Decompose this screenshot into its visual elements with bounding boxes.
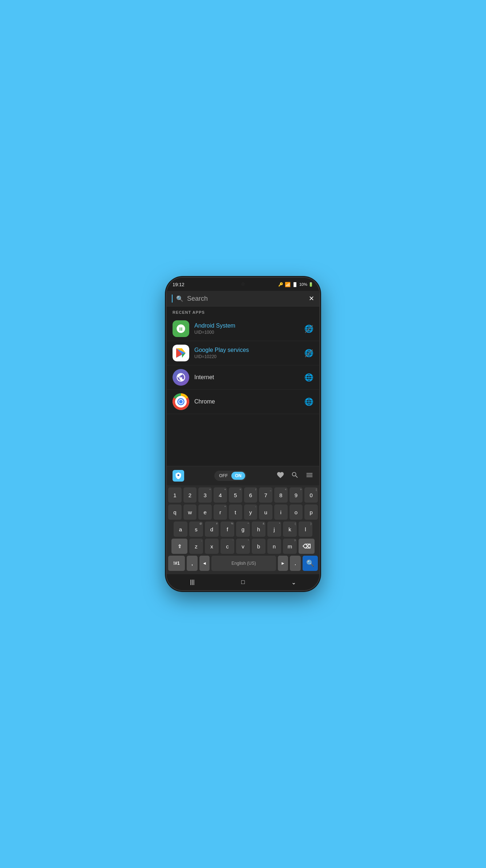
key-g[interactable]: g^ <box>236 522 250 537</box>
key-v[interactable]: v" <box>236 539 250 554</box>
chrome-name: Chrome <box>194 398 299 405</box>
battery-icon: 10% 🔋 <box>299 282 313 287</box>
vpn-shield-icon[interactable] <box>173 470 184 482</box>
key-c[interactable]: c' <box>220 539 234 554</box>
chrome-network-icon[interactable]: 🌐 <box>304 397 313 406</box>
status-time: 19:12 <box>173 282 185 287</box>
android-system-name: Android System <box>194 323 299 329</box>
key-space[interactable]: English (US) <box>211 556 276 571</box>
chrome-info: Chrome <box>194 398 299 405</box>
content-spacer <box>167 414 319 466</box>
app-item-internet[interactable]: Internet 🌐 <box>167 365 319 390</box>
internet-info: Internet <box>194 374 299 381</box>
key-4[interactable]: 4× <box>214 487 227 503</box>
key-e[interactable]: e <box>198 504 212 520</box>
key-k[interactable]: k( <box>283 522 297 537</box>
google-play-services-name: Google Play services <box>194 347 299 353</box>
nav-bar: ||| □ ⌄ <box>167 574 319 590</box>
key-backspace[interactable]: ⌫ <box>299 539 315 554</box>
google-play-services-info: Google Play services UID=10220 <box>194 347 299 359</box>
google-play-network-icon[interactable]: 🌐 <box>304 349 313 357</box>
donate-icon[interactable] <box>276 471 284 481</box>
keyboard: 1 2 3÷ 4× 5= 6/ 7_ 8< 9> 0[ q w e r+ t y… <box>167 485 319 574</box>
key-j[interactable]: j* <box>267 522 281 537</box>
key-z[interactable]: z- <box>189 539 203 554</box>
keyboard-row-qwerty: q w e r+ t y- u i o p <box>168 504 318 520</box>
keyboard-row-zxcvbnm: ⇧ z- x c' v" b n m? ⌫ <box>168 539 318 554</box>
nav-home-icon[interactable]: □ <box>241 579 245 585</box>
svg-point-11 <box>179 400 183 403</box>
recent-apps-header: RECENT APPS <box>167 307 319 317</box>
android-system-info: Android System UID=1000 <box>194 323 299 335</box>
key-t[interactable]: t <box>229 504 242 520</box>
key-u[interactable]: u <box>259 504 272 520</box>
app-item-android-system[interactable]: Android System UID=1000 🌐 <box>167 317 319 341</box>
key-m[interactable]: m? <box>283 539 297 554</box>
keyboard-row-bottom: !#1 , ◄ English (US) ► . 🔍 <box>168 556 318 571</box>
search-close-button[interactable]: ✕ <box>309 295 314 303</box>
svg-point-12 <box>178 474 179 476</box>
phone-content: 🔍 Search ✕ RECENT APPS Android System UI… <box>167 291 319 574</box>
nav-back-icon[interactable]: ||| <box>190 579 194 585</box>
key-s[interactable]: s@ <box>189 522 203 537</box>
key-6[interactable]: 6/ <box>244 487 258 503</box>
android-system-uid: UID=1000 <box>194 330 299 335</box>
menu-icon[interactable] <box>305 471 313 481</box>
key-7[interactable]: 7_ <box>259 487 272 503</box>
key-a[interactable]: a <box>174 522 187 537</box>
key-n[interactable]: n <box>267 539 281 554</box>
key-r[interactable]: r+ <box>214 504 227 520</box>
nav-recent-icon[interactable]: ⌄ <box>291 579 296 586</box>
android-system-network-icon[interactable]: 🌐 <box>304 324 313 333</box>
internet-network-icon[interactable]: 🌐 <box>304 373 313 382</box>
search-input[interactable]: Search <box>187 295 305 303</box>
chrome-icon <box>173 393 189 410</box>
key-comma[interactable]: , <box>187 556 198 571</box>
vpn-key-icon: 🔑 <box>278 282 283 287</box>
key-0[interactable]: 0[ <box>304 487 318 503</box>
key-1[interactable]: 1 <box>168 487 182 503</box>
key-b[interactable]: b <box>252 539 266 554</box>
vpn-toggle[interactable]: OFF ON <box>214 471 246 481</box>
key-f[interactable]: f% <box>220 522 234 537</box>
toggle-off-label: OFF <box>215 472 231 480</box>
status-icons: 🔑 📶 ▐▌ 10% 🔋 <box>278 282 313 287</box>
search-bottom-icon[interactable] <box>291 471 299 481</box>
svg-point-0 <box>179 326 180 327</box>
search-icon: 🔍 <box>176 295 183 302</box>
bottom-action-icons <box>276 471 313 481</box>
app-item-chrome[interactable]: Chrome 🌐 <box>167 390 319 414</box>
key-lang-right[interactable]: ► <box>278 556 288 571</box>
phone-frame: 19:12 🔑 📶 ▐▌ 10% 🔋 🔍 Search ✕ RECENT APP… <box>167 278 319 590</box>
key-o[interactable]: o <box>289 504 303 520</box>
key-9[interactable]: 9> <box>289 487 303 503</box>
wifi-icon: 📶 <box>285 282 291 287</box>
key-shift[interactable]: ⇧ <box>171 539 187 554</box>
key-h[interactable]: h& <box>252 522 266 537</box>
key-i[interactable]: i <box>274 504 288 520</box>
svg-point-1 <box>182 326 182 327</box>
key-5[interactable]: 5= <box>229 487 242 503</box>
toggle-on-label: ON <box>231 472 245 480</box>
key-3[interactable]: 3÷ <box>198 487 212 503</box>
search-bar[interactable]: 🔍 Search ✕ <box>167 291 319 307</box>
key-period[interactable]: . <box>290 556 301 571</box>
key-x[interactable]: x <box>205 539 219 554</box>
key-y[interactable]: y- <box>244 504 258 520</box>
key-p[interactable]: p <box>304 504 318 520</box>
key-l[interactable]: l) <box>299 522 312 537</box>
bottom-bar: OFF ON <box>167 466 319 485</box>
google-play-services-uid: UID=10220 <box>194 354 299 359</box>
key-lang-left[interactable]: ◄ <box>199 556 210 571</box>
key-2[interactable]: 2 <box>183 487 197 503</box>
key-symbols[interactable]: !#1 <box>168 556 185 571</box>
internet-icon <box>173 369 189 386</box>
app-item-google-play-services[interactable]: Google Play services UID=10220 🌐 <box>167 341 319 365</box>
key-w[interactable]: w <box>183 504 197 520</box>
key-d[interactable]: d# <box>205 522 219 537</box>
key-search-enter[interactable]: 🔍 <box>303 556 318 571</box>
key-q[interactable]: q <box>168 504 182 520</box>
key-8[interactable]: 8< <box>274 487 288 503</box>
keyboard-row-numbers: 1 2 3÷ 4× 5= 6/ 7_ 8< 9> 0[ <box>168 487 318 503</box>
keyboard-row-asdf: a s@ d# f% g^ h& j* k( l) <box>168 522 318 537</box>
